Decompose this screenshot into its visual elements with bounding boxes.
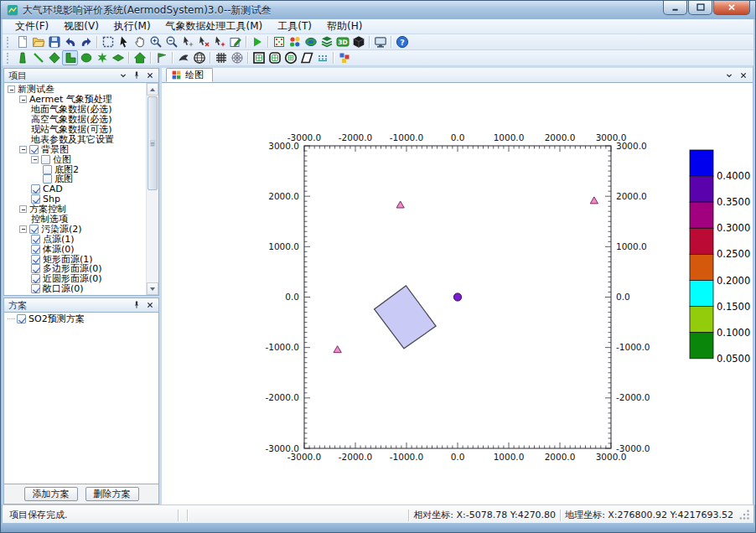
zoom-out-button[interactable] (163, 34, 179, 49)
plot-canvas[interactable]: -3000.0-3000.0-2000.0-2000.0-1000.0-1000… (162, 83, 753, 505)
menu-item-5[interactable]: 帮助(H) (319, 19, 370, 34)
resize-grip[interactable] (739, 510, 750, 520)
project-tree-scrollbar[interactable] (146, 83, 158, 295)
volume-source-button[interactable] (110, 50, 126, 65)
diamond-source-button[interactable] (46, 50, 62, 65)
tree-expander-icon[interactable] (31, 156, 39, 163)
minimize-button[interactable] (663, 1, 687, 15)
tree-checkbox[interactable] (31, 264, 40, 273)
tree-checkbox[interactable] (29, 225, 39, 234)
tree-expander-icon[interactable] (19, 146, 27, 153)
tab-list-button[interactable] (722, 70, 735, 81)
ellipse-source-button[interactable] (78, 50, 94, 65)
zoom-in-button[interactable] (148, 34, 163, 49)
grid-rect-button[interactable] (251, 50, 267, 65)
panel-close-button[interactable] (143, 70, 156, 81)
menu-item-0[interactable]: 文件(F) (8, 19, 56, 34)
select-arrow-button[interactable] (116, 34, 132, 49)
receptors-button[interactable] (314, 50, 330, 65)
tree-checkbox[interactable] (43, 174, 52, 184)
delete-scheme-button[interactable]: 删除方案 (85, 487, 139, 501)
vertex-delete-button[interactable] (211, 34, 227, 49)
flag-button[interactable] (153, 50, 169, 65)
tree-expander-icon[interactable] (8, 85, 15, 93)
tree-item[interactable]: CAD (6, 184, 146, 194)
panel-pin-button[interactable] (130, 299, 142, 311)
help-button[interactable]: ? (394, 34, 410, 49)
star-source-button[interactable] (94, 50, 110, 65)
tree-checkbox[interactable] (31, 184, 40, 194)
panel-pin-button[interactable] (130, 70, 142, 81)
scroll-up-button[interactable] (147, 83, 158, 96)
tree-item[interactable]: Shp (6, 194, 146, 204)
tree-checkbox[interactable] (41, 155, 50, 164)
tree-expander-icon[interactable] (19, 96, 27, 103)
tree-checkbox[interactable] (31, 284, 40, 293)
vertex-cut-button[interactable] (195, 34, 211, 49)
grid-points-button[interactable] (271, 34, 287, 49)
tree-item[interactable]: 敞口源(0) (6, 284, 146, 294)
tree-checkbox[interactable] (31, 255, 40, 264)
home-button[interactable] (132, 50, 148, 65)
tree-item[interactable]: 背景图 (6, 144, 146, 154)
panel-chevron-down-button[interactable] (117, 70, 129, 81)
tree-item[interactable]: 污染源(2) (6, 224, 146, 234)
tree-checkbox[interactable] (31, 274, 40, 283)
grid-parallelogram-button[interactable] (298, 50, 314, 65)
save-button[interactable] (46, 34, 62, 49)
polar-grid-button[interactable] (229, 50, 245, 65)
cube-button[interactable] (350, 34, 366, 49)
tree-expander-icon[interactable] (19, 205, 27, 213)
undo-button[interactable] (62, 34, 78, 49)
new-document-button[interactable] (14, 34, 30, 49)
tree-item[interactable]: 点源(1) (6, 234, 146, 244)
tree-checkbox[interactable] (31, 245, 40, 254)
close-button[interactable] (713, 1, 750, 15)
edit-shape-button[interactable] (227, 34, 243, 49)
north-arrow-button[interactable] (175, 50, 191, 65)
menu-item-2[interactable]: 执行(M) (106, 19, 158, 34)
layers-button[interactable] (318, 34, 334, 49)
tree-item[interactable]: 底图2 (6, 164, 146, 174)
tree-checkbox[interactable] (31, 235, 40, 244)
panel-close-button[interactable] (143, 299, 156, 311)
tree-checkbox[interactable] (29, 145, 39, 154)
scroll-down-button[interactable] (147, 282, 158, 295)
contour-ellipse-button[interactable] (303, 34, 318, 49)
menu-item-4[interactable]: 工具(T) (270, 19, 319, 34)
color-points-button[interactable] (287, 34, 303, 49)
polygon-source-button[interactable] (62, 50, 78, 65)
add-scheme-button[interactable]: 添加方案 (24, 487, 78, 501)
redo-button[interactable] (78, 34, 94, 49)
grid-rounded-button[interactable] (267, 50, 282, 65)
tiles-button[interactable] (336, 50, 352, 65)
run-button[interactable] (249, 34, 265, 49)
maximize-button[interactable] (688, 1, 712, 15)
globe-button[interactable] (191, 50, 207, 65)
tree-checkbox[interactable] (17, 314, 26, 323)
pan-hand-button[interactable] (132, 34, 148, 49)
tab-close-button[interactable] (737, 70, 749, 81)
scheme-panel: 方案 SO2预测方案 添加方案 删除方案 (3, 298, 159, 505)
line-source-button[interactable] (30, 50, 46, 65)
tree-expander-icon[interactable] (19, 225, 27, 233)
view-3d-button[interactable]: 3D (334, 34, 350, 49)
scrollbar-thumb[interactable] (148, 96, 158, 190)
tab-plot[interactable]: 绘图 (166, 68, 213, 82)
menu-item-1[interactable]: 视图(V) (56, 19, 106, 34)
monitor-button[interactable] (372, 34, 388, 49)
point-source-button[interactable] (14, 50, 30, 65)
tree-checkbox[interactable] (43, 165, 52, 174)
tree-item[interactable]: 底图 (6, 174, 146, 184)
open-folder-button[interactable] (30, 34, 46, 49)
app-icon (7, 4, 18, 16)
tree-checkbox[interactable] (31, 194, 40, 204)
grid-circle-button[interactable] (282, 50, 298, 65)
tree-item[interactable]: SO2预测方案 (6, 314, 158, 324)
grid-button[interactable] (213, 50, 229, 65)
tree-item[interactable]: 方案控制 (6, 204, 146, 215)
menu-item-3[interactable]: 气象数据处理工具(M) (158, 19, 271, 34)
vertex-select-button[interactable] (179, 34, 195, 49)
fit-extent-button[interactable] (100, 34, 116, 49)
tree-item[interactable]: 地表参数及其它设置 (6, 134, 146, 144)
